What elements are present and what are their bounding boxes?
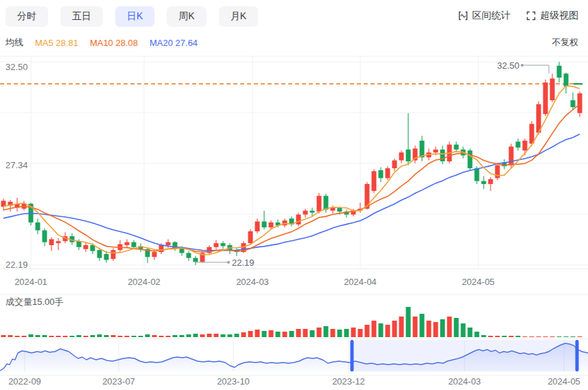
candle-body (557, 66, 562, 78)
candle-body (564, 73, 569, 87)
volume-bar (159, 336, 164, 337)
volume-bar (461, 323, 466, 337)
volume-bar (365, 325, 370, 337)
candle-body (530, 124, 534, 144)
navigator-label: 2023-10 (217, 376, 250, 387)
super-view-button[interactable]: 超级视图 (526, 10, 578, 22)
adjust-mode-selector[interactable]: 不复权 (552, 36, 578, 49)
navigator-selection[interactable] (352, 340, 577, 371)
x-axis-label: 2024-03 (236, 277, 269, 287)
volume-bar (187, 334, 191, 337)
volume-bar (564, 336, 569, 337)
volume-bar (502, 336, 507, 337)
volume-bar (571, 336, 576, 337)
tab-weekly-k[interactable]: 周K (167, 6, 206, 27)
volume-bar (427, 321, 432, 337)
candle-body (125, 242, 130, 245)
volume-chart[interactable] (0, 294, 588, 339)
ma10-value: MA10 28.08 (90, 38, 138, 48)
range-stats-button[interactable]: 区间统计 (458, 10, 510, 22)
navigator-handle-left[interactable] (351, 340, 354, 371)
candle-body (434, 150, 438, 152)
volume-bar (56, 336, 61, 337)
date-range-navigator[interactable] (0, 339, 588, 375)
volume-bar (84, 336, 89, 337)
volume-bar (214, 334, 219, 337)
candle-body (386, 168, 390, 178)
volume-bar (358, 329, 363, 337)
candle-body (97, 250, 102, 257)
volume-bar (523, 336, 528, 337)
candle-body (84, 245, 89, 249)
volume-bar (63, 336, 68, 337)
candle-body (338, 207, 342, 211)
volume-bar (166, 336, 171, 337)
volume-bar (36, 335, 40, 337)
volume-bar (22, 336, 27, 337)
candle-body (104, 254, 109, 260)
volume-bar (440, 319, 445, 337)
price-axis-label: 22.19 (5, 260, 28, 270)
candle-body (132, 242, 137, 247)
volume-bar (338, 330, 342, 337)
volume-bar (331, 329, 336, 337)
x-axis-label: 2024-02 (128, 277, 161, 287)
volume-bar (468, 328, 473, 337)
volume-bar (372, 321, 377, 337)
volume-bar (406, 307, 411, 337)
candle-body (379, 170, 384, 178)
tab-monthly-k[interactable]: 月K (219, 6, 258, 27)
volume-bar (49, 336, 54, 337)
toolbar-actions: 区间统计 超级视图 (458, 10, 578, 22)
tab-intraday[interactable]: 分时 (5, 6, 48, 27)
stock-chart-app: 分时五日日K周K月K 区间统计 超级视图 均线 MA5 28.81 MA1 (0, 0, 588, 390)
candle-body (56, 241, 61, 243)
candle-body (509, 146, 514, 165)
volume-bar (70, 336, 75, 337)
candle-body (310, 211, 315, 213)
volume-bar (276, 332, 281, 337)
volume-bar (550, 336, 555, 337)
navigator-label: 2024-03 (448, 376, 481, 387)
candle-body (43, 230, 47, 242)
volume-bar (91, 335, 95, 337)
price-axis-label: 32.50 (5, 62, 28, 72)
candle-body (77, 241, 82, 247)
volume-bar (290, 331, 294, 337)
candle-body (262, 222, 267, 228)
candle-body (392, 161, 397, 168)
volume-bar (255, 330, 260, 337)
navigator-label: 2024-05 (548, 376, 580, 387)
candle-body (269, 222, 274, 227)
ma20-line (3, 134, 580, 251)
volume-bar (193, 334, 198, 337)
volume-bar (495, 336, 500, 337)
volume-bar (516, 336, 521, 337)
navigator-label: 2022-09 (8, 376, 41, 387)
volume-bar (482, 335, 486, 337)
candle-body (317, 196, 322, 211)
tab-five-day[interactable]: 五日 (60, 6, 103, 27)
range-stats-label: 区间统计 (472, 10, 510, 22)
ma5-line (3, 86, 580, 255)
volume-bar (118, 336, 123, 337)
volume-bar (207, 334, 212, 337)
volume-bar (434, 322, 438, 337)
candle-body (36, 222, 40, 230)
navigator-handle-right[interactable] (576, 340, 579, 371)
candle-body (248, 231, 253, 243)
volume-bar (447, 317, 452, 337)
volume-bar (386, 325, 390, 337)
candle-body (468, 150, 473, 168)
volume-bar (543, 336, 548, 337)
tab-daily-k[interactable]: 日K (115, 6, 154, 27)
volume-bar (262, 331, 267, 337)
volume-bar (379, 323, 384, 337)
candle-body (578, 93, 583, 113)
candle-body (420, 141, 425, 157)
candle-body (406, 150, 411, 161)
volume-bar (420, 314, 425, 337)
main-candlestick-chart[interactable]: 32.5027.3422.1932.5022.19 (0, 52, 588, 269)
volume-bar (145, 334, 150, 337)
ma10-line (3, 104, 580, 252)
